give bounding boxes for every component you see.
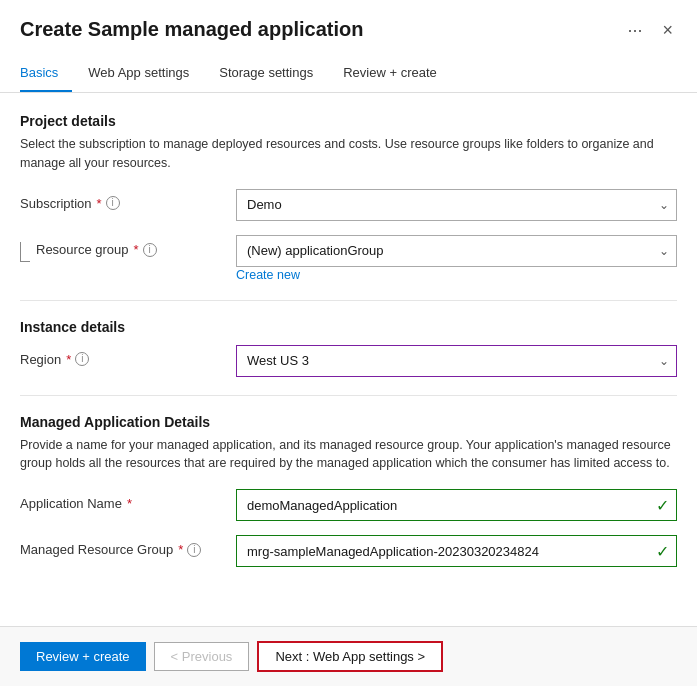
managed-rg-group: Managed Resource Group * i ✓ — [20, 535, 677, 567]
region-select[interactable]: West US 3 — [236, 345, 677, 377]
managed-app-details-section: Managed Application Details Provide a na… — [20, 414, 677, 474]
subscription-field: Demo ⌄ — [236, 189, 677, 221]
region-select-wrapper: West US 3 ⌄ — [236, 345, 677, 377]
subscription-select[interactable]: Demo — [236, 189, 677, 221]
tab-webapp[interactable]: Web App settings — [88, 57, 203, 92]
form-content: Project details Select the subscription … — [0, 93, 697, 626]
footer: Review + create < Previous Next : Web Ap… — [0, 626, 697, 686]
managed-rg-required: * — [178, 542, 183, 557]
app-name-check-icon: ✓ — [656, 496, 669, 515]
review-create-button[interactable]: Review + create — [20, 642, 146, 671]
subscription-group: Subscription * i Demo ⌄ — [20, 189, 677, 221]
region-field: West US 3 ⌄ — [236, 345, 677, 377]
tab-basics[interactable]: Basics — [20, 57, 72, 92]
resource-group-group: Resource group * i (New) applicationGrou… — [20, 235, 677, 282]
region-label: Region * i — [20, 345, 220, 367]
instance-details-title: Instance details — [20, 319, 677, 335]
subscription-label: Subscription * i — [20, 189, 220, 211]
app-name-input-wrapper: ✓ — [236, 489, 677, 521]
close-button[interactable]: × — [658, 19, 677, 41]
app-name-label: Application Name * — [20, 489, 220, 511]
divider-1 — [20, 300, 677, 301]
app-name-required: * — [127, 496, 132, 511]
project-details-section: Project details Select the subscription … — [20, 113, 677, 173]
header-icons: ··· × — [623, 19, 677, 41]
subscription-required: * — [97, 196, 102, 211]
managed-rg-label: Managed Resource Group * i — [20, 535, 220, 557]
managed-app-desc: Provide a name for your managed applicat… — [20, 436, 677, 474]
resource-group-required: * — [134, 242, 139, 257]
region-required: * — [66, 352, 71, 367]
more-options-button[interactable]: ··· — [623, 19, 646, 41]
tab-review[interactable]: Review + create — [343, 57, 451, 92]
resource-group-label: Resource group * i — [36, 242, 157, 257]
divider-2 — [20, 395, 677, 396]
create-new-link[interactable]: Create new — [236, 268, 300, 282]
tab-bar: Basics Web App settings Storage settings… — [0, 57, 697, 93]
previous-button[interactable]: < Previous — [154, 642, 250, 671]
dialog-title: Create Sample managed application — [20, 18, 623, 41]
managed-rg-check-icon: ✓ — [656, 542, 669, 561]
managed-rg-info-icon: i — [187, 543, 201, 557]
resource-group-select[interactable]: (New) applicationGroup — [236, 235, 677, 267]
app-name-group: Application Name * ✓ — [20, 489, 677, 521]
app-name-field: ✓ — [236, 489, 677, 521]
project-details-desc: Select the subscription to manage deploy… — [20, 135, 677, 173]
managed-app-title: Managed Application Details — [20, 414, 677, 430]
subscription-select-wrapper: Demo ⌄ — [236, 189, 677, 221]
resource-group-field: (New) applicationGroup ⌄ Create new — [236, 235, 677, 282]
instance-details-section: Instance details — [20, 319, 677, 335]
project-details-title: Project details — [20, 113, 677, 129]
resource-group-info-icon: i — [143, 243, 157, 257]
next-button[interactable]: Next : Web App settings > — [257, 641, 443, 672]
region-group: Region * i West US 3 ⌄ — [20, 345, 677, 377]
tab-storage[interactable]: Storage settings — [219, 57, 327, 92]
managed-rg-input[interactable] — [236, 535, 677, 567]
create-dialog: Create Sample managed application ··· × … — [0, 0, 697, 686]
resource-group-select-wrapper: (New) applicationGroup ⌄ — [236, 235, 677, 267]
app-name-input[interactable] — [236, 489, 677, 521]
region-info-icon: i — [75, 352, 89, 366]
subscription-info-icon: i — [106, 196, 120, 210]
indent-icon — [20, 242, 30, 262]
resource-group-label-wrapper: Resource group * i — [20, 235, 220, 258]
managed-rg-field: ✓ — [236, 535, 677, 567]
managed-rg-input-wrapper: ✓ — [236, 535, 677, 567]
dialog-header: Create Sample managed application ··· × — [0, 0, 697, 53]
